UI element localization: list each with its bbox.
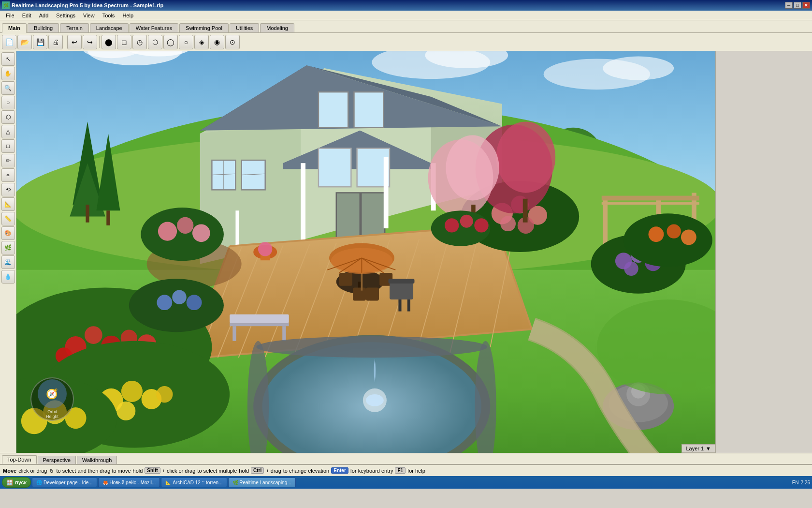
status-action: Move [3,468,16,474]
menu-edit[interactable]: Edit [18,12,35,19]
svg-rect-68 [230,323,289,326]
tab-modeling[interactable]: Modeling [260,23,294,32]
toolbar-btn10[interactable]: ◉ [210,35,224,49]
layer-indicator[interactable]: Layer 1 ▼ [682,444,715,453]
taskbar-item-3[interactable]: 📐 ArchiCAD 12 :: torren... [161,478,227,487]
toolbar-btn3[interactable]: ⬤ [102,35,116,49]
svg-point-103 [156,386,173,403]
svg-point-150 [474,218,488,232]
tab-main[interactable]: Main [2,23,27,33]
tool-measure[interactable]: 📐 [1,197,15,211]
tab-building[interactable]: Building [28,23,59,32]
taskbar-label-4: Realtime Landscaping... [239,480,291,485]
taskbar-label-3: ArchiCAD 12 :: torren... [173,480,222,485]
title-bar-left: 🌿 Realtime Landscaping Pro 5 by Idea Spe… [2,1,163,9]
orbit-widget[interactable]: 🧭 Orbit Height [30,377,74,421]
taskbar-item-4[interactable]: 🌿 Realtime Landscaping... [228,478,296,487]
svg-rect-32 [336,193,360,240]
toolbar-open[interactable]: 📂 [17,35,32,49]
toolbar-undo[interactable]: ↩ [67,35,82,49]
svg-point-143 [192,224,210,242]
toolbar-btn7[interactable]: ◯ [163,35,178,49]
orbit-label: Orbit [47,409,57,414]
tab-bar: Main Building Terrain Landscape Water Fe… [0,20,812,33]
tool-ruler[interactable]: 📏 [1,212,15,225]
menu-view[interactable]: View [79,12,99,19]
menu-settings[interactable]: Settings [52,12,79,19]
svg-rect-35 [384,157,389,228]
view-tab-perspective[interactable]: Perspective [38,456,76,464]
svg-point-116 [649,226,664,242]
tab-landscape[interactable]: Landscape [90,23,129,32]
tool-plant[interactable]: 🌿 [1,241,15,254]
tool-pencil[interactable]: ✏ [1,154,15,167]
toolbar-btn4[interactable]: ◻ [117,35,131,49]
menu-tools[interactable]: Tools [99,12,119,19]
svg-point-128 [446,135,499,201]
app-icon: 🌿 [2,1,10,9]
svg-rect-33 [361,193,385,240]
enter-key: Enter [331,467,348,474]
tool-hex[interactable]: ⬡ [1,110,15,124]
view-tab-topdown[interactable]: Top-Down [2,455,37,464]
tool-triangle[interactable]: △ [1,125,15,138]
svg-rect-30 [319,149,351,187]
tool-square[interactable]: □ [1,139,15,153]
tab-terrain[interactable]: Terrain [60,23,89,32]
title-bar-controls[interactable]: ─ □ ✕ [785,2,810,9]
toolbar-save[interactable]: 💾 [33,35,47,49]
toolbar-new[interactable]: 📄 [2,35,16,49]
tool-water[interactable]: 🌊 [1,255,15,269]
svg-rect-123 [106,210,110,225]
svg-rect-126 [523,199,528,223]
menu-file[interactable]: File [2,12,18,19]
status-bar: Move click or drag 🖱 to select and then … [0,464,812,476]
maximize-button[interactable]: □ [794,2,801,9]
taskbar-item-2[interactable]: 🦊 Новый рейс - Mozil... [98,478,160,487]
svg-rect-122 [86,205,89,223]
tab-water-features[interactable]: Water Features [130,23,178,32]
toolbar-btn8[interactable]: ○ [179,35,193,49]
menu-add[interactable]: Add [35,12,53,19]
viewport[interactable]: 🧭 Orbit Height Layer 1 ▼ [16,51,715,453]
tool-select[interactable]: ↖ [1,52,15,66]
status-desc7: for keyboard entry [350,468,393,474]
start-button[interactable]: 🪟 пуск [2,477,31,488]
svg-rect-58 [353,288,366,301]
tool-paint[interactable]: 🎨 [1,226,15,240]
view-tab-walkthrough[interactable]: Walkthrough [77,456,117,464]
tab-swimming-pool[interactable]: Swimming Pool [179,23,229,32]
toolbar-redo[interactable]: ↪ [83,35,97,49]
toolbar-print[interactable]: 🖨 [48,35,63,49]
minimize-button[interactable]: ─ [785,2,793,9]
toolbar-btn5[interactable]: ◷ [132,35,147,49]
svg-rect-66 [407,299,410,312]
scene-svg [16,51,715,453]
toolbar-btn11[interactable]: ⊙ [225,35,240,49]
layer-arrow: ▼ [706,446,711,451]
toolbar-btn9[interactable]: ◈ [194,35,209,49]
taskbar-icon-2: 🦊 [102,480,108,485]
svg-point-137 [157,295,172,310]
tool-circle[interactable]: ○ [1,96,15,109]
menu-help[interactable]: Help [118,12,137,19]
main-layout: ↖ ✋ 🔍 ○ ⬡ △ □ ✏ ⌖ ⟲ 📐 📏 🎨 🌿 🌊 💧 [0,51,812,453]
status-desc4: to select multiple [197,468,237,474]
ctrl-key: Ctrl [251,467,264,474]
close-button[interactable]: ✕ [802,2,810,9]
tool-zoom[interactable]: 🔍 [1,81,15,95]
tool-crosshair[interactable]: ⌖ [1,168,15,182]
toolbar: 📄 📂 💾 🖨 ↩ ↪ ⬤ ◻ ◷ ⬡ ◯ ○ ◈ ◉ ⊙ [0,33,812,51]
app-title: Realtime Landscaping Pro 5 by Idea Spect… [12,2,163,8]
svg-point-149 [460,215,473,228]
svg-point-140 [141,208,224,261]
tool-rotate[interactable]: ⟲ [1,183,15,196]
tool-hand[interactable]: ✋ [1,67,15,80]
tool-drop[interactable]: 💧 [1,270,15,284]
taskbar-lang: EN [792,480,799,485]
tab-utilities[interactable]: Utilities [230,23,259,32]
svg-point-142 [177,217,193,234]
toolbar-btn6[interactable]: ⬡ [148,35,162,49]
menu-bar: File Edit Add Settings View Tools Help [0,11,812,20]
taskbar-item-1[interactable]: 🌐 Developer page - Ide... [32,478,97,487]
